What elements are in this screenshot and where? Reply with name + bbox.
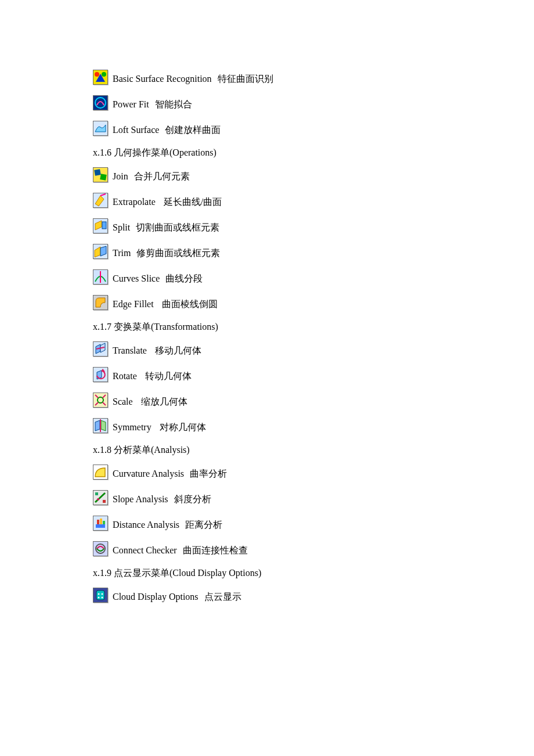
section-heading: x.1.8 分析菜单(Analysis) xyxy=(93,444,441,456)
svg-rect-9 xyxy=(100,174,107,181)
connect-checker-icon xyxy=(93,541,108,556)
label-english: Translate xyxy=(113,345,147,357)
label-english: Loft Surface xyxy=(113,124,159,136)
label-chinese: 曲面连接性检查 xyxy=(183,545,248,556)
extrapolate-icon xyxy=(93,193,108,208)
label-english: Extrapolate xyxy=(113,196,156,208)
svg-rect-43 xyxy=(103,500,106,503)
power-fit-icon xyxy=(93,95,108,110)
svg-point-54 xyxy=(98,593,100,595)
menu-item-row: Curves Slice 曲线分段 xyxy=(93,269,441,285)
label-english: Connect Checker xyxy=(113,545,177,556)
label-english: Scale xyxy=(113,396,133,408)
label-english: Curvature Analysis xyxy=(113,468,184,480)
label-english: Rotate xyxy=(113,370,137,382)
svg-point-57 xyxy=(102,597,103,599)
label-chinese: 移动几何体 xyxy=(155,345,201,357)
menu-item-row: Rotate 转动几何体 xyxy=(93,367,441,382)
menu-item-row: Extrapolate 延长曲线/曲面 xyxy=(93,193,441,208)
svg-rect-8 xyxy=(94,169,101,176)
split-icon xyxy=(93,218,108,233)
label-chinese: 曲面棱线倒圆 xyxy=(162,298,218,310)
menu-item-row: Join 合并几何元素 xyxy=(93,167,441,182)
menu-item-row: Slope Analysis 斜度分析 xyxy=(93,490,441,505)
label-chinese: 斜度分析 xyxy=(174,494,211,505)
translate-icon xyxy=(93,341,108,357)
label-chinese: 合并几何元素 xyxy=(134,171,190,182)
menu-item-row: Connect Checker 曲面连接性检查 xyxy=(93,541,441,556)
label-chinese: 修剪曲面或线框元素 xyxy=(136,247,220,259)
menu-item-row: Basic Surface Recognition 特征曲面识别 xyxy=(93,70,441,85)
label-chinese: 距离分析 xyxy=(185,519,222,531)
label-chinese: 智能拟合 xyxy=(155,99,192,110)
svg-rect-48 xyxy=(100,519,102,524)
label-english: Slope Analysis xyxy=(113,494,168,505)
svg-rect-46 xyxy=(96,524,105,528)
menu-item-row: Symmetry 对称几何体 xyxy=(93,418,441,433)
distance-analysis-icon xyxy=(93,516,108,531)
edge-fillet-icon xyxy=(93,295,108,310)
curvature-analysis-icon xyxy=(93,465,108,480)
label-chinese: 转动几何体 xyxy=(145,370,192,382)
menu-item-row: Translate 移动几何体 xyxy=(93,341,441,357)
menu-item-row: Scale 缩放几何体 xyxy=(93,393,441,408)
label-english: Join xyxy=(113,171,128,182)
label-chinese: 曲率分析 xyxy=(190,468,227,480)
menu-item-row: Distance Analysis 距离分析 xyxy=(93,516,441,531)
svg-point-55 xyxy=(102,593,103,595)
label-english: Curves Slice xyxy=(113,273,160,285)
curves-slice-icon xyxy=(93,269,108,285)
label-chinese: 切割曲面或线框元素 xyxy=(136,222,219,233)
label-chinese: 曲线分段 xyxy=(165,273,203,285)
svg-rect-53 xyxy=(96,591,104,600)
label-english: Distance Analysis xyxy=(113,519,179,531)
cloud-display-options-icon xyxy=(93,588,108,603)
trim-icon xyxy=(93,244,108,259)
svg-point-56 xyxy=(98,597,100,599)
section-heading: x.1.9 点云显示菜单(Cloud Display Options) xyxy=(93,567,441,579)
menu-item-row: Edge Fillet 曲面棱线倒圆 xyxy=(93,295,441,310)
svg-marker-37 xyxy=(101,420,106,431)
scale-icon xyxy=(93,393,108,408)
label-english: Trim xyxy=(113,247,131,259)
menu-item-row: Power Fit 智能拟合 xyxy=(93,95,441,110)
label-chinese: 点云显示 xyxy=(204,591,241,603)
svg-point-44 xyxy=(97,498,99,501)
slope-analysis-icon xyxy=(93,490,108,505)
label-english: Split xyxy=(113,222,130,233)
loft-surface-icon xyxy=(93,121,108,136)
menu-item-row: Cloud Display Options 点云显示 xyxy=(93,588,441,603)
label-english: Basic Surface Recognition xyxy=(113,73,212,85)
symmetry-icon xyxy=(93,418,108,433)
svg-point-3 xyxy=(102,72,106,77)
menu-item-row: Curvature Analysis 曲率分析 xyxy=(93,465,441,480)
section-heading: x.1.6 几何操作菜单(Operations) xyxy=(93,146,441,159)
svg-rect-49 xyxy=(103,521,105,524)
label-chinese: 延长曲线/曲面 xyxy=(164,196,222,208)
label-chinese: 对称几何体 xyxy=(160,422,206,433)
label-chinese: 缩放几何体 xyxy=(141,396,187,408)
join-icon xyxy=(93,167,108,182)
label-english: Cloud Display Options xyxy=(113,591,199,603)
svg-marker-36 xyxy=(95,420,100,431)
label-chinese: 创建放样曲面 xyxy=(165,124,221,136)
label-english: Power Fit xyxy=(113,99,149,110)
svg-rect-47 xyxy=(97,520,99,524)
label-english: Edge Fillet xyxy=(113,298,154,310)
svg-rect-42 xyxy=(95,492,98,495)
menu-item-row: Split 切割曲面或线框元素 xyxy=(93,218,441,233)
menu-item-row: Loft Surface 创建放样曲面 xyxy=(93,121,441,136)
svg-rect-15 xyxy=(102,222,106,229)
section-heading: x.1.7 变换菜单(Transformations) xyxy=(93,321,441,333)
label-chinese: 特征曲面识别 xyxy=(218,73,273,85)
label-english: Symmetry xyxy=(113,422,151,433)
menu-item-row: Trim 修剪曲面或线框元素 xyxy=(93,244,441,259)
rotate-icon xyxy=(93,367,108,382)
svg-point-2 xyxy=(95,72,99,77)
basic-surface-recognition-icon xyxy=(93,70,108,85)
